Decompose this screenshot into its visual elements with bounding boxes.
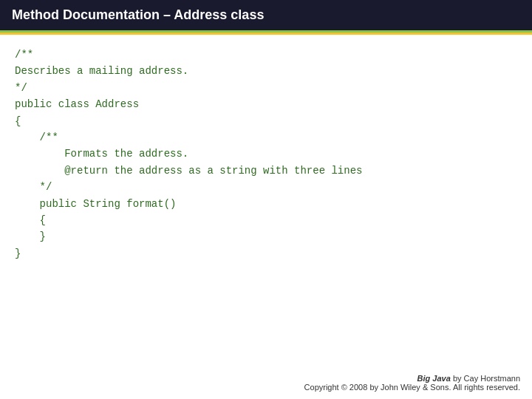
code-block: /** Describes a mailing address. */ publ… [0, 35, 532, 273]
code-line-6: /** [15, 129, 517, 146]
code-line-13: } [15, 245, 517, 262]
footer-author: by Cay Horstmann [453, 374, 520, 383]
code-line-4: public class Address [15, 96, 517, 112]
code-line-8: @return the address as a string with thr… [15, 163, 517, 179]
code-line-9: */ [15, 179, 517, 195]
code-line-3: */ [15, 80, 517, 96]
code-line-7: Formats the address. [15, 146, 517, 162]
footer: Big Java by Cay Horstmann Copyright © 20… [304, 374, 520, 392]
slide-title: Method Documentation – Address class [0, 0, 532, 33]
code-line-12: } [15, 228, 517, 245]
footer-book-info: Big Java by Cay Horstmann [304, 374, 520, 383]
code-line-1: /** [15, 47, 517, 63]
footer-copyright: Copyright © 2008 by John Wiley & Sons. A… [304, 383, 520, 392]
code-line-5: { [15, 113, 517, 129]
code-line-11: { [15, 212, 517, 228]
code-line-2: Describes a mailing address. [15, 63, 517, 79]
code-line-10: public String format() [15, 196, 517, 212]
footer-book-title: Big Java [417, 374, 451, 383]
